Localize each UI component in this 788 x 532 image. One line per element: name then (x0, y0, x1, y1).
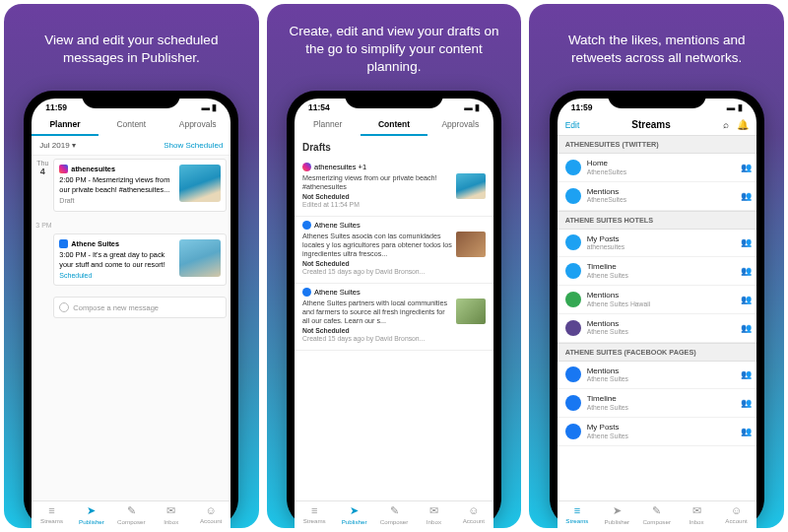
people-icon: 👥 (741, 266, 749, 276)
compose-input[interactable]: Compose a new message (53, 297, 227, 318)
stream-avatar (565, 366, 581, 382)
phone-mockup: 11:59▬ ▮EditStreams⌕🔔ATHENESUITES (TWITT… (550, 91, 764, 528)
panel-caption: Watch the likes, mentions and retweets a… (539, 14, 774, 91)
draft-item[interactable]: athenesuites +1Mesmerizing views from ou… (295, 159, 493, 217)
people-icon: 👥 (741, 427, 749, 436)
nav-account[interactable]: ☺Account (716, 501, 755, 528)
draft-item[interactable]: Athene SuitesAthene Suites partners with… (295, 284, 493, 351)
nav-inbox[interactable]: ✉Inbox (152, 501, 191, 528)
tab-approvals[interactable]: Approvals (427, 114, 493, 136)
phone-mockup: 11:54▬ ▮PlannerContentApprovalsDraftsath… (287, 91, 501, 528)
day-label: Thu4 (32, 156, 53, 220)
stream-avatar (565, 234, 581, 250)
stream-section-header: ATHENE SUITES HOTELS (558, 211, 756, 230)
stream-avatar (565, 292, 581, 307)
fb-icon (302, 221, 311, 230)
promo-panel-0: View and edit your scheduled messages in… (4, 4, 259, 528)
people-icon: 👥 (741, 323, 749, 333)
phone-notch (82, 91, 180, 108)
people-icon: 👥 (741, 369, 749, 379)
stream-section-header: ATHENESUITES (TWITTER) (558, 135, 756, 154)
people-icon: 👥 (741, 191, 749, 201)
stream-item[interactable]: MentionsAthene Suites👥 (558, 362, 756, 390)
bottom-nav: ≡Streams➤Publisher✎Composer✉Inbox☺Accoun… (32, 500, 230, 528)
phone-screen: 11:59▬ ▮EditStreams⌕🔔ATHENESUITES (TWITT… (558, 99, 756, 528)
phone-notch (345, 91, 443, 108)
stream-avatar (565, 320, 581, 336)
panel-caption: Create, edit and view your drafts on the… (277, 14, 512, 91)
message-card[interactable]: Athene Suites3:00 PM - It's a great day … (53, 233, 227, 287)
promo-panel-1: Create, edit and view your drafts on the… (267, 4, 522, 528)
stream-avatar (565, 395, 581, 411)
fb-icon (302, 288, 311, 297)
drafts-content: Draftsathenesuites +1Mesmerizing views f… (295, 136, 493, 500)
timeslot: 3 PM (32, 220, 230, 231)
nav-streams[interactable]: ≡Streams (32, 501, 71, 528)
tab-content[interactable]: Content (361, 114, 427, 136)
people-icon: 👥 (741, 237, 749, 247)
tabs: PlannerContentApprovals (295, 114, 493, 136)
phone-notch (608, 91, 706, 108)
nav-icon: ☺ (191, 504, 230, 516)
people-icon: 👥 (741, 163, 749, 172)
streams-title: Streams (631, 119, 670, 130)
stream-item[interactable]: HomeAtheneSuites👥 (558, 154, 756, 182)
stream-item[interactable]: TimelineAthene Suites👥 (558, 257, 756, 286)
stream-item[interactable]: MentionsAtheneSuites👥 (558, 182, 756, 211)
tabs: PlannerContentApprovals (32, 114, 230, 136)
month-selector[interactable]: Jul 2019 ▾ (39, 141, 75, 150)
nav-icon: ✉ (414, 504, 453, 517)
nav-icon: ➤ (72, 504, 111, 517)
nav-publisher[interactable]: ➤Publisher (597, 501, 636, 528)
stream-avatar (565, 160, 581, 175)
tab-approvals[interactable]: Approvals (164, 114, 230, 136)
nav-icon: ✎ (374, 504, 414, 517)
tab-planner[interactable]: Planner (32, 114, 98, 136)
show-scheduled-link[interactable]: Show Scheduled (164, 141, 223, 150)
nav-inbox[interactable]: ✉Inbox (677, 501, 716, 528)
bottom-nav: ≡Streams➤Publisher✎Composer✉Inbox☺Accoun… (558, 500, 756, 528)
draft-item[interactable]: Athene SuitesAthenes Suites asocia con l… (295, 217, 493, 284)
nav-composer[interactable]: ✎Composer (374, 501, 414, 528)
stream-item[interactable]: My PostsAthene Suites👥 (558, 418, 756, 446)
tab-planner[interactable]: Planner (295, 114, 361, 136)
nav-icon: ✎ (636, 504, 676, 517)
stream-avatar (565, 188, 581, 204)
subbar: Jul 2019 ▾Show Scheduled (32, 136, 230, 156)
nav-icon: ✉ (677, 504, 716, 517)
nav-publisher[interactable]: ➤Publisher (334, 501, 373, 528)
nav-inbox[interactable]: ✉Inbox (414, 501, 453, 528)
people-icon: 👥 (741, 295, 749, 304)
phone-mockup: 11:59▬ ▮PlannerContentApprovalsJul 2019 … (24, 91, 238, 528)
phone-screen: 11:54▬ ▮PlannerContentApprovalsDraftsath… (295, 99, 493, 528)
stream-item[interactable]: My Postsathenesuites👥 (558, 230, 756, 258)
edit-button[interactable]: Edit (565, 120, 580, 130)
nav-icon: ≡ (558, 504, 597, 516)
stream-item[interactable]: TimelineAthene Suites👥 (558, 389, 756, 418)
nav-publisher[interactable]: ➤Publisher (72, 501, 111, 528)
stream-item[interactable]: MentionsAthene Suites Hawaii👥 (558, 286, 756, 314)
nav-account[interactable]: ☺Account (454, 501, 493, 528)
panel-caption: View and edit your scheduled messages in… (14, 14, 249, 91)
tab-content[interactable]: Content (98, 114, 164, 136)
nav-composer[interactable]: ✎Composer (111, 501, 151, 528)
draft-thumbnail (456, 173, 486, 199)
nav-icon: ≡ (295, 504, 334, 516)
promo-panel-2: Watch the likes, mentions and retweets a… (529, 4, 784, 528)
search-icon[interactable]: ⌕ (723, 119, 729, 130)
stream-avatar (565, 424, 581, 439)
people-icon: 👥 (741, 398, 749, 408)
stream-avatar (565, 263, 581, 279)
nav-icon: ☺ (716, 504, 755, 516)
nav-streams[interactable]: ≡Streams (295, 501, 334, 528)
planner-content: Thu4athenesuites2:00 PM - Mesmerizing vi… (32, 156, 230, 500)
bell-icon[interactable]: 🔔 (737, 119, 749, 130)
nav-account[interactable]: ☺Account (191, 501, 230, 528)
ig-icon (59, 165, 68, 173)
message-card[interactable]: athenesuites2:00 PM - Mesmerizing views … (53, 159, 227, 212)
draft-thumbnail (456, 232, 486, 257)
streams-bar: EditStreams⌕🔔 (558, 114, 756, 135)
stream-item[interactable]: MentionsAthene Suites👥 (558, 314, 756, 343)
nav-composer[interactable]: ✎Composer (636, 501, 676, 528)
nav-streams[interactable]: ≡Streams (558, 501, 597, 528)
